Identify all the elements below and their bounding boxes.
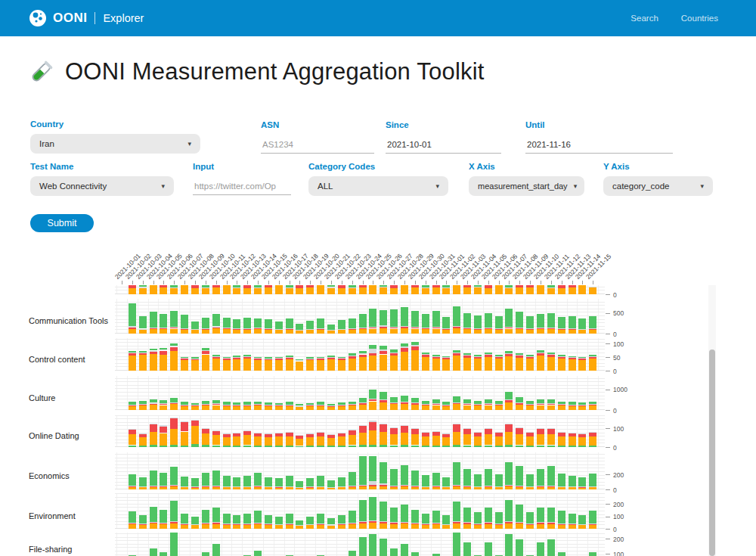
bar-segment-confirmed[interactable]: [369, 521, 376, 523]
bar-segment-confirmed[interactable]: [547, 404, 555, 405]
bar-segment-confirmed[interactable]: [286, 523, 293, 525]
bar-segment-confirmed[interactable]: [422, 355, 429, 357]
bar-segment-confirmed[interactable]: [359, 486, 367, 487]
bar-segment-confirmed[interactable]: [422, 432, 429, 436]
bar-segment-ok[interactable]: [422, 285, 429, 287]
bar-segment-anomaly[interactable]: [422, 357, 429, 371]
bar-segment-confirmed[interactable]: [349, 486, 356, 487]
bar-segment-anomaly[interactable]: [422, 288, 429, 294]
bar-segment-ok[interactable]: [275, 517, 283, 524]
bar-segment-ok[interactable]: [442, 317, 450, 328]
bar-segment-ok[interactable]: [338, 320, 345, 329]
bar-segment-anomaly[interactable]: [569, 487, 576, 489]
bar-segment-confirmed[interactable]: [463, 486, 471, 487]
bar-segment-failure[interactable]: [463, 403, 471, 404]
bar-segment-anomaly[interactable]: [474, 487, 482, 489]
bar-segment-confirmed[interactable]: [150, 522, 157, 523]
bar-segment-ok[interactable]: [453, 350, 460, 353]
bar-segment-failure[interactable]: [422, 432, 429, 433]
bar-segment-confirmed[interactable]: [275, 433, 283, 436]
bar-segment-failure[interactable]: [150, 328, 157, 328]
bar-segment-ok[interactable]: [275, 446, 283, 447]
bar-segment-ok[interactable]: [442, 446, 450, 447]
bar-segment-ok[interactable]: [380, 310, 387, 326]
bar-segment-anomaly[interactable]: [223, 525, 231, 529]
bar-segment-anomaly[interactable]: [317, 525, 324, 529]
bar-segment-ok[interactable]: [202, 285, 209, 287]
bar-segment-ok[interactable]: [265, 515, 272, 524]
bar-segment-anomaly[interactable]: [401, 285, 408, 294]
bar-segment-failure[interactable]: [526, 356, 534, 357]
bar-segment-anomaly[interactable]: [463, 524, 471, 529]
bar-segment-confirmed[interactable]: [212, 285, 220, 287]
bar-segment-ok[interactable]: [537, 446, 544, 448]
bar-segment-anomaly[interactable]: [191, 426, 199, 444]
bar-segment-failure[interactable]: [202, 523, 209, 523]
bar-segment-ok[interactable]: [359, 398, 367, 402]
bar-segment-confirmed[interactable]: [390, 403, 398, 405]
bar-segment-anomaly[interactable]: [578, 406, 586, 410]
bar-segment-ok[interactable]: [170, 311, 178, 327]
bar-segment-anomaly[interactable]: [275, 525, 283, 529]
bar-segment-failure[interactable]: [401, 346, 408, 348]
bar-segment-anomaly[interactable]: [485, 329, 492, 334]
bar-segment-ok[interactable]: [349, 472, 356, 486]
bar-segment-anomaly[interactable]: [359, 523, 367, 529]
bar-segment-ok[interactable]: [442, 402, 450, 404]
bar-segment-confirmed[interactable]: [212, 431, 220, 435]
bar-segment-confirmed[interactable]: [422, 524, 429, 526]
bar-segment-confirmed[interactable]: [338, 524, 345, 525]
bar-segment-ok[interactable]: [327, 325, 335, 330]
bar-segment-confirmed[interactable]: [537, 523, 544, 524]
bar-segment-anomaly[interactable]: [233, 406, 240, 410]
bar-segment-confirmed[interactable]: [380, 351, 387, 354]
bar-segment-ok[interactable]: [181, 446, 188, 447]
bar-segment-ok[interactable]: [296, 404, 303, 405]
bar-segment-ok[interactable]: [160, 473, 167, 486]
bar-segment-anomaly[interactable]: [485, 288, 492, 294]
bar-segment-ok[interactable]: [589, 355, 596, 356]
bar-segment-ok[interactable]: [422, 353, 429, 354]
bar-segment-confirmed[interactable]: [223, 405, 231, 405]
bar-segment-failure[interactable]: [526, 432, 534, 433]
bar-segment-anomaly[interactable]: [317, 330, 324, 334]
bar-segment-confirmed[interactable]: [537, 429, 544, 434]
bar-segment-ok[interactable]: [223, 318, 231, 328]
bar-segment-anomaly[interactable]: [150, 432, 157, 445]
bar-segment-confirmed[interactable]: [516, 403, 523, 405]
bar-segment-confirmed[interactable]: [505, 522, 513, 523]
bar-segment-anomaly[interactable]: [505, 329, 513, 334]
bar-segment-failure[interactable]: [369, 349, 376, 354]
bar-segment-ok[interactable]: [547, 285, 555, 287]
bar-segment-confirmed[interactable]: [129, 523, 136, 525]
bar-segment-ok[interactable]: [485, 508, 492, 523]
bar-segment-confirmed[interactable]: [202, 523, 209, 524]
bar-segment-ok[interactable]: [265, 402, 272, 405]
bar-segment-confirmed[interactable]: [432, 431, 440, 436]
bar-segment-confirmed[interactable]: [578, 359, 586, 360]
bar-segment-confirmed[interactable]: [359, 355, 367, 358]
bar-segment-confirmed[interactable]: [254, 486, 262, 487]
bar-segment-confirmed[interactable]: [265, 486, 272, 487]
bar-segment-confirmed[interactable]: [233, 486, 240, 487]
bar-segment-anomaly[interactable]: [516, 405, 523, 410]
bar-segment-ok[interactable]: [296, 520, 303, 526]
bar-segment-anomaly[interactable]: [296, 362, 303, 371]
bar-segment-ok[interactable]: [296, 359, 303, 360]
bar-segment-confirmed[interactable]: [495, 357, 503, 359]
bar-segment-confirmed[interactable]: [569, 285, 576, 287]
bar-segment-anomaly[interactable]: [359, 357, 367, 371]
bar-segment-confirmed[interactable]: [474, 523, 482, 525]
bar-segment-ok[interactable]: [212, 508, 220, 523]
bar-segment-anomaly[interactable]: [495, 330, 503, 334]
bar-segment-failure[interactable]: [380, 349, 387, 351]
bar-segment-failure[interactable]: [202, 486, 209, 486]
bar-segment-confirmed[interactable]: [243, 486, 251, 487]
submit-button[interactable]: Submit: [30, 214, 94, 232]
bar-segment-ok[interactable]: [317, 476, 324, 486]
bar-segment-anomaly[interactable]: [286, 406, 293, 411]
bar-segment-confirmed[interactable]: [223, 486, 231, 487]
bar-segment-anomaly[interactable]: [286, 288, 293, 295]
bar-segment-failure[interactable]: [349, 287, 356, 288]
bar-segment-ok[interactable]: [191, 478, 199, 486]
